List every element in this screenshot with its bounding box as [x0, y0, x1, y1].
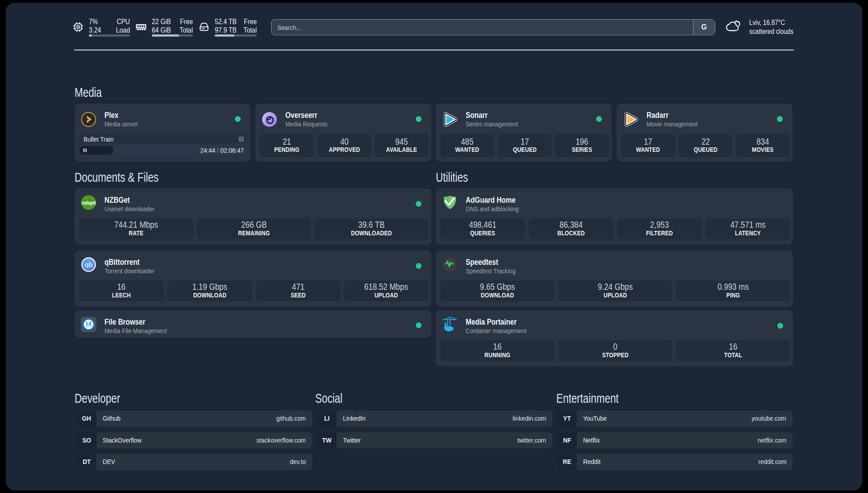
svg-text:qb: qb	[85, 260, 92, 268]
svg-text:nzbget: nzbget	[81, 200, 96, 205]
